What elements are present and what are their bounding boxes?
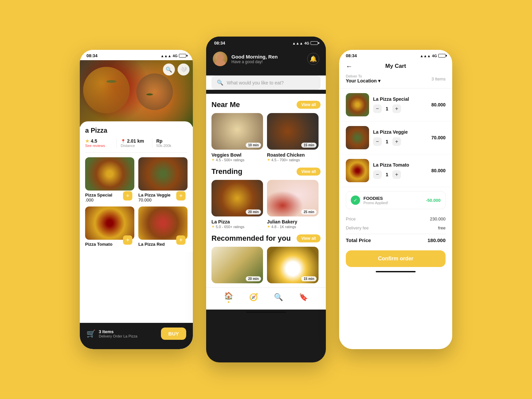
trending-time-0: 20 min	[246, 209, 261, 214]
delivery-label: Delivery fee	[346, 225, 369, 230]
nav-search[interactable]: 🔍	[274, 293, 283, 302]
time-phone1: 08:34	[86, 53, 97, 58]
battery-icon	[179, 54, 186, 58]
trending-name-1: Julian Bakery	[267, 219, 319, 224]
trending-view-all[interactable]: View all	[297, 168, 321, 176]
back-button[interactable]: ←	[346, 63, 352, 70]
add-btn-0[interactable]: +	[123, 191, 132, 200]
items-count: 3 Items	[431, 76, 446, 81]
near-me-header: Near Me View all	[211, 100, 321, 109]
qty-increase-2[interactable]: +	[392, 170, 401, 179]
cart-item-img-2	[346, 159, 369, 182]
phone-home: 08:34 ▲▲▲ 4G Good Morning, Ren Have a go…	[206, 37, 326, 362]
add-btn-2[interactable]: +	[123, 235, 132, 245]
cart-item-price-2: 80.000	[431, 168, 446, 173]
rating-value: ★ 4.5	[85, 138, 97, 144]
near-me-title: Near Me	[211, 100, 240, 109]
near-me-card-1[interactable]: 15 min Roasted Chicken ★ 4.5 - 700+ rati…	[267, 113, 319, 162]
near-me-card-0[interactable]: 10 min Veggies Bowl ★ 4.5 - 500+ ratings	[211, 113, 263, 162]
search-placeholder: What would you like to eat?	[227, 80, 284, 85]
add-btn-1[interactable]: +	[176, 191, 186, 200]
nav-home[interactable]: 🏠	[224, 292, 233, 303]
hero-actions: 🔍 🤍	[163, 64, 190, 75]
near-me-cards: 10 min Veggies Bowl ★ 4.5 - 500+ ratings…	[211, 113, 321, 162]
food-card-0[interactable]: Pizza Special .000 +	[85, 157, 134, 202]
recommended-img-1: 15 min	[267, 247, 319, 283]
recommended-card-1[interactable]: 15 min	[267, 247, 319, 286]
greeting-main: Good Morning, Ren	[231, 54, 278, 60]
cart-item-0: La Pizza Special − 1 + 80.000	[339, 88, 452, 121]
trending-title: Trending	[211, 167, 242, 176]
time-phone2: 08:34	[214, 41, 225, 46]
greeting-block: Good Morning, Ren Have a good day!	[231, 54, 278, 64]
see-reviews[interactable]: See reviews	[85, 144, 105, 148]
cart-items-count: 3 Items	[99, 329, 137, 334]
food-card-3[interactable]: La Pizza Red +	[138, 206, 188, 247]
search-bar[interactable]: 🔍 What would you like to eat?	[211, 75, 321, 90]
near-me-rating-0: ★ 4.5 - 500+ ratings	[211, 158, 263, 162]
greeting-sub: Have a good day!	[231, 60, 278, 64]
nav-active-dot	[228, 301, 229, 303]
cart-item-price-0: 80.000	[431, 102, 446, 107]
cart-item-name-0: La Pizza Special	[373, 96, 427, 102]
phone-restaurant-detail: 08:34 ▲▲▲ 4G 🔍 🤍 a Pizza ★	[80, 50, 193, 349]
signal-icon: ▲▲▲	[161, 54, 172, 58]
trending-img-1: 25 min	[267, 180, 319, 216]
recommended-time-1: 15 min	[301, 276, 317, 281]
nav-bar: 🏠 🧭 🔍 🔖	[206, 287, 326, 310]
cart-item-info-0: La Pizza Special − 1 +	[373, 96, 427, 113]
promo-check-icon: ✓	[351, 196, 360, 205]
promo-applied: Promo Applied!	[363, 201, 388, 205]
qty-value-2: 1	[386, 172, 388, 177]
trending-card-1[interactable]: 25 min Julian Bakery ★ 4.8 - 1K ratings	[267, 180, 319, 229]
qty-decrease-0[interactable]: −	[373, 104, 382, 113]
confirm-order-button[interactable]: Confirm order	[346, 250, 446, 267]
nav-explore[interactable]: 🧭	[249, 293, 258, 302]
trending-cards: 20 min La Pizza ★ 5.0 - 650+ ratings 25 …	[211, 180, 321, 229]
network-icon: 4G	[173, 54, 178, 58]
cart-text: 3 Items Delivery Order La Pizza	[99, 329, 137, 338]
distance-label: Distance	[121, 144, 135, 148]
search-icon-btn[interactable]: 🔍	[163, 64, 175, 75]
pin-icon: 📍	[121, 139, 126, 144]
battery-icon2	[311, 41, 318, 45]
battery-icon3	[438, 54, 446, 58]
trending-time-1: 25 min	[301, 209, 317, 214]
notification-button[interactable]: 🔔	[307, 53, 319, 65]
recommended-img-0: 20 min	[211, 247, 263, 283]
time-phone3: 08:34	[346, 53, 357, 58]
total-row: Total Price 180.000	[346, 234, 446, 245]
food-image-2	[85, 206, 134, 240]
food-card-2[interactable]: Pizza Tomato +	[85, 206, 134, 247]
qty-increase-1[interactable]: +	[392, 137, 401, 146]
recommended-card-0[interactable]: 20 min	[211, 247, 263, 286]
qty-increase-0[interactable]: +	[392, 104, 401, 113]
favorite-icon-btn[interactable]: 🤍	[178, 64, 190, 75]
nav-saved[interactable]: 🔖	[299, 293, 308, 302]
buy-button[interactable]: BUY	[161, 328, 186, 340]
status-icons-phone2: ▲▲▲ 4G	[292, 41, 318, 45]
status-icons-phone3: ▲▲▲ 4G	[420, 54, 446, 58]
add-btn-3[interactable]: +	[176, 235, 186, 245]
rating-meta: ★ 4.5 See reviews	[85, 138, 116, 148]
food-image-3	[138, 206, 188, 240]
restaurant-hero-image: 🔍 🤍	[80, 60, 193, 127]
restaurant-name: a Pizza	[85, 127, 188, 134]
near-me-name-1: Roasted Chicken	[267, 152, 319, 158]
price-row: Price 230.000	[346, 214, 446, 223]
trending-img-0: 20 min	[211, 180, 263, 216]
distance-value: 📍 2.01 km	[121, 138, 144, 144]
home-indicator-phone2	[246, 312, 286, 313]
trending-card-0[interactable]: 20 min La Pizza ★ 5.0 - 650+ ratings	[211, 180, 263, 229]
food-image-0	[85, 157, 134, 191]
deliver-location[interactable]: Your Location ▾	[346, 78, 380, 83]
recommended-view-all[interactable]: View all	[297, 234, 321, 242]
network-icon2: 4G	[304, 41, 309, 45]
qty-value-0: 1	[386, 106, 388, 111]
food-card-1[interactable]: La Pizza Veggie 70.000 +	[138, 157, 188, 202]
cart-item-1: La Pizza Veggie − 1 + 70.000	[339, 121, 452, 154]
qty-decrease-2[interactable]: −	[373, 170, 382, 179]
qty-decrease-1[interactable]: −	[373, 137, 382, 146]
near-me-view-all[interactable]: View all	[297, 101, 321, 109]
explore-icon: 🧭	[249, 293, 258, 302]
